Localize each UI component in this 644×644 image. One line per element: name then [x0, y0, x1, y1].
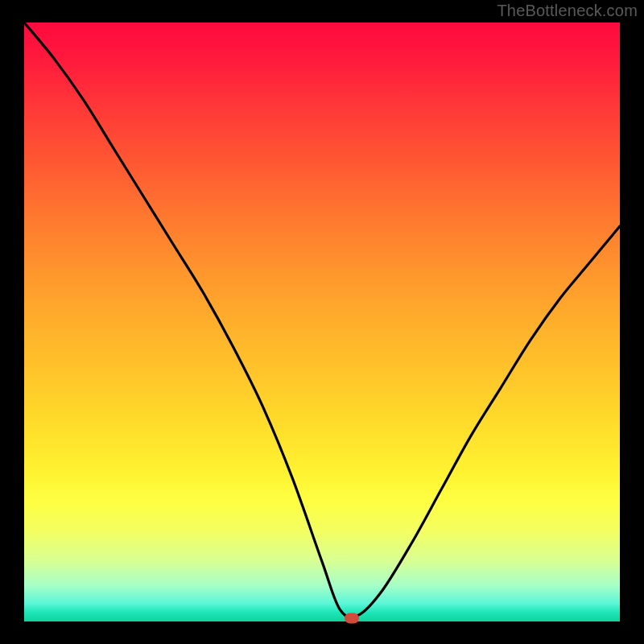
watermark-label: TheBottleneck.com — [497, 2, 638, 20]
chart-frame: TheBottleneck.com — [0, 0, 644, 644]
optimum-marker — [345, 613, 359, 624]
plot-area — [24, 23, 620, 621]
curve-path — [24, 23, 620, 617]
bottleneck-curve — [24, 23, 620, 621]
